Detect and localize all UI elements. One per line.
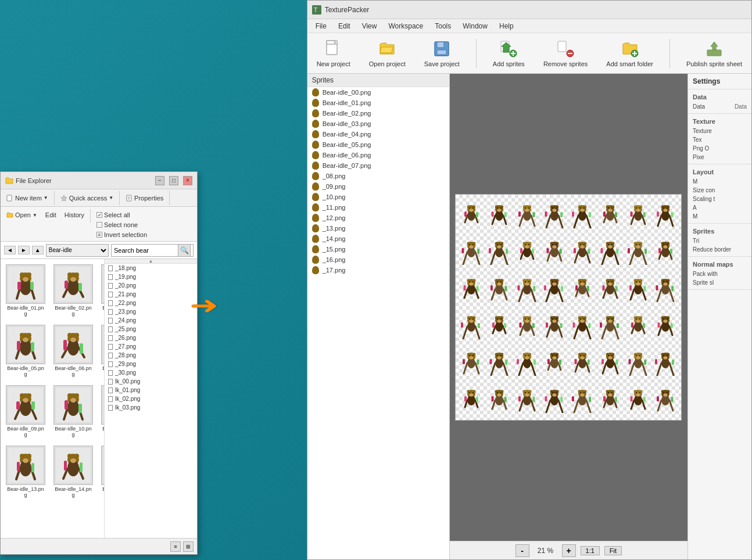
file-item-27[interactable]: _27.png bbox=[105, 342, 197, 351]
svg-rect-250 bbox=[587, 286, 589, 291]
close-button[interactable]: × bbox=[183, 176, 192, 185]
zoom-1to1-button[interactable]: 1:1 bbox=[581, 546, 600, 555]
file-list[interactable]: ▲ _18.png _19.png _20.png _21.png _22.pn… bbox=[104, 259, 197, 538]
sprite-item-5[interactable]: Bear-idle_05.png bbox=[307, 139, 449, 150]
file-item-29[interactable]: _29.png bbox=[105, 360, 197, 368]
sprite-item-10[interactable]: _10.png bbox=[307, 192, 449, 202]
sprite-item-15[interactable]: _15.png bbox=[307, 244, 449, 254]
quick-access-button[interactable]: Quick access ▼ bbox=[57, 193, 117, 203]
sprite-item-13[interactable]: _13.png bbox=[307, 223, 449, 234]
thumb-bear-05[interactable]: Bear-idle_05.png bbox=[3, 322, 48, 380]
thumb-bear-15[interactable]: Bear-idle_15.png bbox=[98, 443, 104, 501]
sprite-item-2[interactable]: Bear-idle_02.png bbox=[307, 108, 449, 119]
menu-workspace[interactable]: Workspace bbox=[382, 21, 429, 31]
properties-button[interactable]: Properties bbox=[122, 193, 167, 203]
file-item-lk02[interactable]: lk_02.png bbox=[105, 394, 197, 403]
menu-edit[interactable]: Edit bbox=[332, 21, 356, 31]
thumb-bear-02[interactable]: Bear-idle_02.png bbox=[51, 261, 96, 320]
svg-point-59 bbox=[556, 207, 557, 209]
thumb-bear-07[interactable]: Bear-idle_07.png bbox=[98, 322, 104, 380]
menu-view[interactable]: View bbox=[356, 21, 383, 31]
publish-button[interactable]: Publish sprite sheet bbox=[682, 37, 747, 70]
invert-selection-button[interactable]: ≡ Invert selection bbox=[93, 230, 151, 239]
edit-button[interactable]: Edit bbox=[42, 210, 60, 220]
svg-point-70 bbox=[583, 207, 585, 209]
search-button[interactable]: 🔍 bbox=[178, 244, 191, 257]
thumb-bear-09[interactable]: Bear-idle_09.png bbox=[3, 382, 48, 440]
menu-tools[interactable]: Tools bbox=[429, 21, 457, 31]
thumb-bear-01[interactable]: Bear-idle_01.png bbox=[3, 261, 48, 320]
file-item-lk01[interactable]: lk_01.png bbox=[105, 386, 197, 394]
select-all-button[interactable]: ✓ Select all bbox=[93, 210, 151, 220]
menu-help[interactable]: Help bbox=[493, 21, 520, 31]
sprite-item-9[interactable]: _09.png bbox=[307, 181, 449, 192]
sprite-item-14[interactable]: _14.png bbox=[307, 234, 449, 244]
file-item-lk03[interactable]: lk_03.png bbox=[105, 403, 197, 412]
save-project-button[interactable]: Save project bbox=[420, 37, 464, 70]
thumb-bear-14[interactable]: Bear-idle_14.png bbox=[51, 443, 96, 501]
file-item-23[interactable]: _23.png bbox=[105, 307, 197, 316]
zoom-plus-button[interactable]: + bbox=[562, 544, 576, 557]
sprite-item-1[interactable]: Bear-idle_01.png bbox=[307, 98, 449, 108]
history-button[interactable]: History bbox=[61, 210, 88, 220]
app-window: T TexturePacker File Edit View Workspace… bbox=[307, 0, 752, 560]
sprites-list[interactable]: Bear-idle_00.png Bear-idle_01.png Bear-i… bbox=[307, 87, 449, 559]
thumb-bear-06[interactable]: Bear-idle_06.png bbox=[51, 322, 96, 380]
file-item-22[interactable]: _22.png bbox=[105, 299, 197, 307]
new-project-button[interactable]: New project bbox=[312, 37, 355, 70]
new-item-button[interactable]: New item ▼ bbox=[3, 193, 52, 203]
add-sprites-button[interactable]: Add sprites bbox=[488, 37, 529, 70]
file-item-30[interactable]: _30.png bbox=[105, 368, 197, 377]
file-item-26[interactable]: _26.png bbox=[105, 333, 197, 342]
sprite-item-4[interactable]: Bear-idle_04.png bbox=[307, 129, 449, 139]
open-project-button[interactable]: Open project bbox=[364, 37, 410, 70]
thumb-bear-11[interactable]: Bear-idle_11.png bbox=[98, 382, 104, 440]
sprite-item-0[interactable]: Bear-idle_00.png bbox=[307, 87, 449, 98]
sprite-item-8[interactable]: _08.png bbox=[307, 171, 449, 181]
minimize-button[interactable]: − bbox=[155, 176, 164, 185]
view-mode-list[interactable]: ≡ bbox=[170, 541, 181, 552]
thumbnail-area[interactable]: Bear-idle_01.png bbox=[1, 259, 104, 538]
sprite-item-7[interactable]: Bear-idle_07.png bbox=[307, 160, 449, 171]
sprite-item-6[interactable]: Bear-idle_06.png bbox=[307, 150, 449, 160]
thumb-bear-13[interactable]: Bear-idle_13.png bbox=[3, 443, 48, 501]
scroll-up-area[interactable]: ▲ bbox=[105, 259, 197, 264]
thumb-bear-03[interactable]: Bear-idle_03.png bbox=[98, 261, 104, 320]
view-mode-grid[interactable]: ⊞ bbox=[183, 541, 194, 552]
file-item-20[interactable]: _20.png bbox=[105, 281, 197, 290]
file-item-21[interactable]: _21.png bbox=[105, 290, 197, 299]
sprite-item-3[interactable]: Bear-idle_03.png bbox=[307, 119, 449, 129]
svg-point-488 bbox=[528, 392, 529, 393]
open-button[interactable]: Open ▼ bbox=[3, 210, 41, 220]
nav-back-button[interactable]: ◄ bbox=[4, 246, 16, 254]
zoom-minus-button[interactable]: - bbox=[515, 544, 529, 557]
select-none-button[interactable]: Select none bbox=[93, 220, 151, 229]
file-item-24[interactable]: _24.png bbox=[105, 316, 197, 325]
sprite-item-12[interactable]: _12.png bbox=[307, 213, 449, 223]
nav-up-button[interactable]: ▲ bbox=[32, 246, 44, 254]
file-item-28[interactable]: _28.png bbox=[105, 351, 197, 360]
address-dropdown[interactable]: Bear-idle bbox=[46, 244, 109, 257]
svg-point-376 bbox=[470, 357, 474, 360]
sprite-item-11[interactable]: _11.png bbox=[307, 202, 449, 213]
file-item-25[interactable]: _25.png bbox=[105, 325, 197, 333]
invert-selection-label: Invert selection bbox=[104, 231, 147, 238]
settings-png-row: Png O bbox=[688, 144, 751, 153]
nav-forward-button[interactable]: ► bbox=[18, 246, 30, 254]
thumb-bear-10[interactable]: Bear-idle_10.png bbox=[51, 382, 96, 440]
menu-file[interactable]: File bbox=[310, 21, 332, 31]
sprite-item-16[interactable]: _16.png bbox=[307, 254, 449, 265]
remove-sprites-button[interactable]: Remove sprites bbox=[539, 37, 592, 70]
menu-window[interactable]: Window bbox=[457, 21, 493, 31]
canvas-content[interactable] bbox=[450, 74, 687, 541]
add-smart-folder-button[interactable]: Add smart folder bbox=[601, 37, 658, 70]
file-item-18[interactable]: _18.png bbox=[105, 264, 197, 272]
search-input[interactable] bbox=[114, 247, 178, 254]
zoom-fit-button[interactable]: Fit bbox=[604, 546, 622, 555]
sprite-item-17[interactable]: _17.png bbox=[307, 265, 449, 275]
svg-rect-447 bbox=[628, 359, 631, 364]
file-item-lk00[interactable]: lk_00.png bbox=[105, 377, 197, 386]
restore-button[interactable]: □ bbox=[169, 176, 178, 185]
svg-point-443 bbox=[636, 355, 637, 356]
file-item-19[interactable]: _19.png bbox=[105, 272, 197, 281]
